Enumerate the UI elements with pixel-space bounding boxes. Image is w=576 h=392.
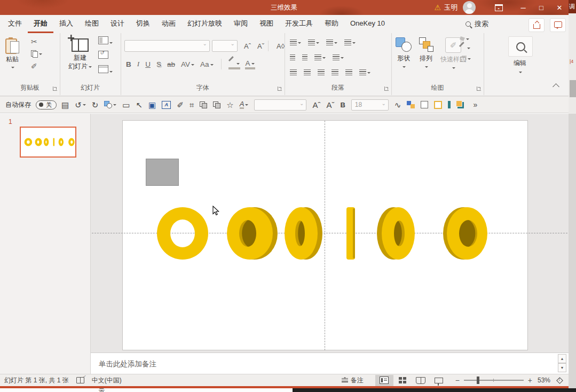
notes-scroll-up-button[interactable]: ▲ (558, 354, 566, 363)
zoom-out-button[interactable]: − (455, 376, 460, 385)
slideshow-view-button[interactable] (430, 375, 448, 386)
tab-11[interactable]: 开发工具 (279, 15, 319, 33)
arrange-objects-icon[interactable] (213, 101, 220, 108)
shape-effects-button[interactable] (460, 55, 471, 62)
editing-button[interactable] (508, 36, 533, 57)
notes-pane[interactable]: 单击此处添加备注 ▲ ▼ (91, 352, 569, 374)
corner-style-icon[interactable] (456, 101, 464, 108)
tab-2[interactable]: 开始 (28, 15, 53, 33)
freeform-icon[interactable]: ∿ (394, 101, 401, 109)
notes-scroll-down-button[interactable]: ▼ (558, 363, 566, 372)
smartart-icon[interactable] (359, 69, 370, 75)
format-painter-button[interactable]: ✐ (31, 62, 37, 70)
tab-4[interactable]: 绘图 (79, 15, 105, 33)
align-right-icon[interactable] (318, 69, 325, 75)
distribute-icon[interactable] (345, 69, 352, 75)
shape-outline-button[interactable] (460, 45, 470, 51)
shape-fill-button[interactable] (460, 36, 469, 41)
warning-icon[interactable]: ⚠ (434, 3, 441, 12)
minimize-button[interactable]: ─ (514, 0, 532, 15)
font-size-combo[interactable] (212, 40, 238, 52)
bold-icon[interactable]: B (340, 101, 345, 108)
clipboard-dialog-launcher-icon[interactable] (53, 87, 57, 91)
paragraph-dialog-launcher-icon[interactable] (384, 87, 389, 91)
font-size-combo[interactable]: 18 (351, 99, 389, 111)
increase-indent-icon[interactable] (302, 54, 307, 60)
shapes-icon[interactable] (104, 101, 116, 108)
bold-button[interactable]: B (126, 60, 131, 68)
tab-7[interactable]: 动画 (156, 15, 182, 33)
tab-12[interactable]: 帮助 (319, 15, 344, 33)
slide-size-icon[interactable]: ▭ (122, 101, 130, 109)
character-spacing-button[interactable]: AV (181, 60, 194, 68)
zoom-level[interactable]: 53% (532, 377, 550, 384)
zoom-slider-thumb[interactable] (477, 377, 479, 384)
align-center-icon[interactable] (304, 69, 311, 75)
slide-sorter-view-button[interactable] (393, 375, 412, 386)
arrange-button[interactable]: 排列 (419, 37, 433, 68)
layout-button[interactable] (98, 36, 113, 46)
new-slide-button[interactable]: 新建 幻灯片 (68, 38, 92, 71)
maximize-button[interactable]: □ (532, 0, 550, 15)
tab-10[interactable]: 视图 (254, 15, 279, 33)
numbering-icon[interactable] (308, 40, 319, 45)
section-button[interactable] (98, 65, 113, 75)
change-case-button[interactable]: Aa (200, 60, 214, 68)
spell-check-icon[interactable] (76, 377, 84, 383)
close-button[interactable]: ✕ (550, 0, 569, 15)
strikethrough-button[interactable]: ab (167, 60, 175, 68)
notes-toggle-button[interactable]: 备注 (342, 376, 364, 385)
bullets-icon[interactable] (290, 40, 301, 45)
columns-icon[interactable] (314, 54, 326, 60)
redo-icon[interactable]: ↻ (92, 101, 99, 109)
user-avatar[interactable] (463, 1, 476, 14)
user-name[interactable]: 玉明 (444, 3, 457, 12)
reset-button[interactable] (98, 51, 113, 60)
font-color-button[interactable]: A (246, 59, 255, 69)
cut-button[interactable]: ✂ (31, 37, 37, 46)
shapes-button[interactable]: 形状 (396, 37, 412, 68)
justify-icon[interactable] (332, 69, 338, 75)
comments-button[interactable] (550, 18, 566, 32)
tab-6[interactable]: 切换 (130, 15, 156, 33)
paste-button[interactable]: 粘贴 (5, 37, 19, 69)
clear-formatting-button[interactable]: A◊ (277, 42, 285, 50)
tab-5[interactable]: 设计 (105, 15, 130, 33)
align-left-icon[interactable] (290, 69, 297, 75)
save-icon[interactable]: ▤ (61, 101, 69, 109)
tab-13[interactable]: OneKey 10 (344, 15, 391, 33)
tab-3[interactable]: 插入 (53, 15, 79, 33)
text-shadow-button[interactable]: S (156, 60, 161, 68)
more-commands-button[interactable]: » (473, 100, 477, 109)
zoom-in-button[interactable]: + (528, 376, 532, 385)
undo-icon[interactable]: ↺ (75, 101, 86, 109)
font-color-icon[interactable]: A (240, 100, 249, 109)
star-animation-icon[interactable]: ☆ (226, 101, 233, 109)
reading-view-button[interactable] (412, 375, 430, 386)
tab-1[interactable]: 文件 (2, 15, 28, 33)
italic-button[interactable]: I (137, 60, 140, 68)
tab-9[interactable]: 审阅 (228, 15, 254, 33)
fill-frame-icon[interactable] (434, 101, 442, 109)
crop-icon[interactable]: ⌗ (190, 101, 194, 109)
decrease-indent-icon[interactable] (290, 54, 295, 60)
tab-8[interactable]: 幻灯片放映 (182, 15, 228, 33)
zoom-slider[interactable] (464, 380, 524, 381)
screenshot-icon[interactable]: ▣ (148, 101, 156, 109)
autosave-toggle[interactable]: 关 (36, 100, 57, 109)
ribbon-display-options-button[interactable] (490, 0, 508, 15)
align-text-icon[interactable] (333, 54, 344, 60)
textbox-icon[interactable]: A (162, 101, 171, 109)
copy-button[interactable] (31, 50, 42, 58)
language-indicator[interactable]: 中文(中国) (92, 376, 122, 385)
underline-button[interactable]: U (145, 60, 151, 68)
font-name-combo[interactable] (124, 40, 210, 52)
decrease-font-size-button[interactable]: Aˇ (257, 42, 264, 50)
align-objects-icon[interactable] (407, 101, 415, 108)
slide-thumbnail[interactable] (20, 127, 76, 158)
text-direction-icon[interactable] (344, 40, 356, 45)
search-box[interactable]: 搜索 (465, 19, 488, 29)
fit-to-window-icon[interactable] (556, 377, 563, 384)
drawing-dialog-launcher-icon[interactable] (477, 87, 481, 91)
highlight-color-button[interactable] (229, 59, 240, 69)
